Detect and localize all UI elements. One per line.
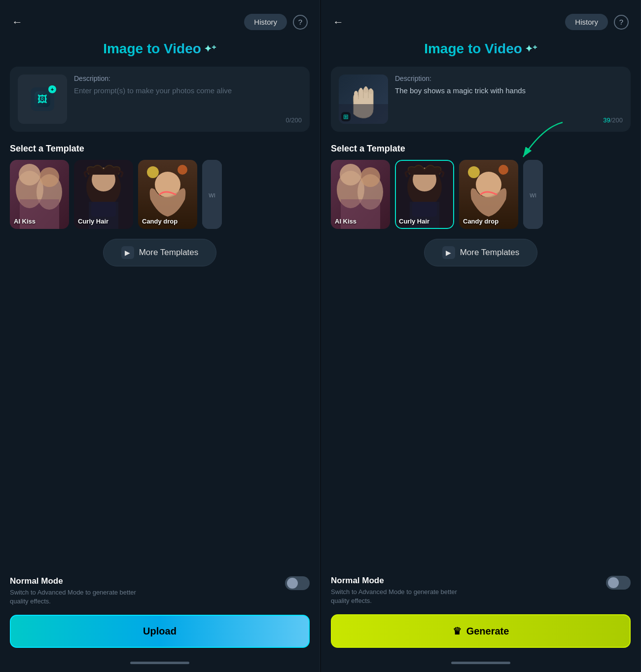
right-template-curly-hair-label: Curly Hair bbox=[399, 218, 429, 225]
right-template-curly-hair[interactable]: Curly Hair bbox=[395, 160, 454, 229]
right-cam-icon: ⊞ bbox=[341, 112, 351, 121]
left-mode-title: Normal Mode bbox=[10, 576, 138, 586]
left-mode-toggle[interactable] bbox=[285, 576, 310, 590]
svg-point-5 bbox=[39, 167, 59, 187]
right-description-box: ⊞ Description: The boy shows a magic tri… bbox=[331, 67, 631, 132]
svg-rect-10 bbox=[91, 202, 116, 217]
left-back-button[interactable]: ← bbox=[12, 16, 23, 29]
left-upload-icon: 🖼 + bbox=[31, 87, 54, 111]
right-generate-label: Generate bbox=[466, 626, 509, 637]
svg-point-30 bbox=[360, 167, 380, 187]
left-top-bar-right: History ? bbox=[244, 14, 308, 30]
right-mode-desc: Switch to Advanced Mode to generate bett… bbox=[331, 588, 459, 605]
right-sparkle-icon: ✦⁺ bbox=[525, 43, 537, 54]
left-home-indicator bbox=[130, 662, 189, 664]
left-template-partial: WI bbox=[202, 160, 222, 229]
right-mode-text: Normal Mode Switch to Advanced Mode to g… bbox=[331, 576, 459, 605]
svg-rect-31 bbox=[395, 160, 454, 229]
right-panel: ← History ? Image to Video ✦⁺ bbox=[321, 0, 641, 672]
right-crown-icon: ♛ bbox=[453, 625, 462, 637]
right-more-templates-button[interactable]: ▶ More Templates bbox=[424, 239, 538, 266]
svg-point-19 bbox=[354, 91, 358, 97]
right-desc-text[interactable]: The boy shows a magic trick with hands bbox=[395, 85, 623, 116]
left-bottom-section: Normal Mode Switch to Advanced Mode to g… bbox=[0, 566, 320, 656]
left-image-icon: 🖼 bbox=[35, 91, 50, 107]
svg-point-12 bbox=[147, 166, 159, 178]
right-template-candy-drop-label: Candy drop bbox=[463, 218, 499, 225]
svg-point-32 bbox=[407, 167, 442, 207]
right-mode-title: Normal Mode bbox=[331, 576, 459, 586]
left-page-title: Image to Video ✦⁺ bbox=[0, 36, 320, 67]
right-generate-button[interactable]: ♛ Generate bbox=[331, 614, 631, 648]
right-help-button[interactable]: ? bbox=[614, 15, 629, 30]
left-more-templates-button[interactable]: ▶ More Templates bbox=[103, 239, 217, 266]
right-template-candy-drop[interactable]: Candy drop bbox=[459, 160, 518, 229]
right-back-button[interactable]: ← bbox=[333, 16, 344, 29]
left-desc-counter: 0/200 bbox=[74, 116, 302, 124]
right-more-templates-label: More Templates bbox=[460, 248, 520, 258]
right-history-button[interactable]: History bbox=[565, 14, 608, 30]
left-plus-badge: + bbox=[48, 85, 56, 93]
right-more-templates-icon: ▶ bbox=[442, 246, 455, 259]
right-top-bar: ← History ? bbox=[321, 0, 641, 36]
left-mode-text: Normal Mode Switch to Advanced Mode to g… bbox=[10, 576, 138, 606]
left-mode-row: Normal Mode Switch to Advanced Mode to g… bbox=[10, 576, 310, 606]
svg-point-38 bbox=[499, 165, 508, 175]
svg-point-21 bbox=[364, 86, 368, 93]
left-desc-label: Description: bbox=[74, 75, 302, 82]
svg-point-20 bbox=[359, 88, 363, 95]
right-template-ai-kiss-label: AI Kiss bbox=[335, 218, 356, 225]
right-template-partial: WI bbox=[523, 160, 543, 229]
left-upload-button[interactable]: Upload bbox=[10, 615, 310, 648]
svg-point-37 bbox=[468, 166, 480, 178]
left-description-box: 🖼 + Description: Enter prompt(s) to make… bbox=[10, 67, 310, 132]
svg-point-29 bbox=[340, 164, 361, 186]
left-more-templates-icon: ▶ bbox=[121, 246, 134, 259]
right-top-bar-right: History ? bbox=[565, 14, 629, 30]
left-desc-placeholder[interactable]: Enter prompt(s) to make your photos come… bbox=[74, 85, 302, 116]
left-help-button[interactable]: ? bbox=[293, 15, 308, 30]
left-history-button[interactable]: History bbox=[244, 14, 287, 30]
left-template-ai-kiss-label: AI Kiss bbox=[14, 218, 36, 225]
right-template-ai-kiss[interactable]: AI Kiss bbox=[331, 160, 390, 229]
right-mode-toggle[interactable] bbox=[606, 576, 631, 590]
left-upload-placeholder[interactable]: 🖼 + bbox=[18, 75, 67, 124]
left-sparkle-icon: ✦⁺ bbox=[204, 43, 216, 54]
svg-text:WI: WI bbox=[530, 192, 536, 198]
right-desc-label: Description: bbox=[395, 75, 623, 82]
right-desc-counter: 39/200 bbox=[395, 116, 623, 124]
left-template-candy-drop[interactable]: Candy drop bbox=[138, 160, 197, 229]
left-mode-desc: Switch to Advanced Mode to generate bett… bbox=[10, 588, 138, 606]
left-template-curly-hair[interactable]: Curly Hair bbox=[74, 160, 133, 229]
svg-point-22 bbox=[369, 88, 373, 94]
svg-point-4 bbox=[19, 164, 40, 186]
left-desc-content: Description: Enter prompt(s) to make you… bbox=[74, 75, 302, 124]
left-templates-row: AI Kiss Curly Hair bbox=[0, 160, 320, 229]
right-home-indicator bbox=[451, 662, 510, 664]
left-top-bar: ← History ? bbox=[0, 0, 320, 36]
left-template-curly-hair-label: Curly Hair bbox=[78, 218, 108, 225]
left-toggle-knob bbox=[287, 578, 298, 589]
svg-point-13 bbox=[178, 165, 187, 175]
left-template-ai-kiss[interactable]: AI Kiss bbox=[10, 160, 69, 229]
right-page-title: Image to Video ✦⁺ bbox=[321, 36, 641, 67]
svg-text:WI: WI bbox=[209, 192, 215, 198]
right-image-preview[interactable]: ⊞ bbox=[339, 75, 388, 124]
svg-point-33 bbox=[413, 168, 436, 191]
right-desc-content: Description: The boy shows a magic trick… bbox=[395, 75, 623, 124]
left-more-templates-label: More Templates bbox=[139, 248, 199, 258]
right-mode-row: Normal Mode Switch to Advanced Mode to g… bbox=[331, 576, 631, 605]
right-desc-counter-highlight: 39 bbox=[603, 116, 610, 124]
svg-rect-34 bbox=[410, 202, 439, 229]
right-toggle-knob bbox=[608, 577, 619, 588]
left-template-candy-drop-label: Candy drop bbox=[142, 218, 178, 225]
right-section-label: Select a Template bbox=[321, 140, 641, 160]
right-templates-row: AI Kiss Curly Hair bbox=[321, 160, 641, 229]
right-bottom-section: Normal Mode Switch to Advanced Mode to g… bbox=[321, 566, 641, 656]
left-section-label: Select a Template bbox=[0, 140, 320, 160]
svg-rect-35 bbox=[412, 202, 437, 217]
left-panel: ← History ? Image to Video ✦⁺ 🖼 + Descri… bbox=[0, 0, 320, 672]
